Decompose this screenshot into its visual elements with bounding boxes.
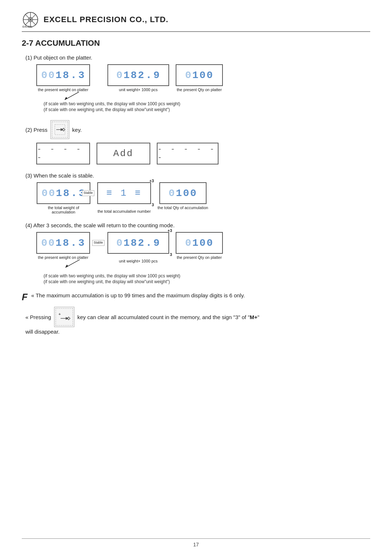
acc-number-display: ≡ 1 ≡ (106, 188, 142, 199)
stable-badge: Stable (82, 190, 94, 196)
f-note-text: « The maximum accumulation is up to 99 t… (31, 292, 245, 298)
will-disappear: will disappear. (25, 329, 370, 335)
arrow-pointer1 (65, 92, 79, 100)
step4-note1: (if scale with two weighing units, the d… (44, 273, 370, 278)
lcd-dashes-left: - - - - - (36, 143, 90, 164)
lcd-box-2: 0 1 8 2 . 9 (107, 64, 169, 86)
step2-display3: - - - - - - (157, 143, 219, 164)
step3-display2: +3 Stable ≡ 1 ≡ 3 the total accumulative (97, 182, 151, 213)
pressing-text-after: key can clear all accumulated count in t… (77, 314, 260, 320)
lcd-dashes-right: - - - - - - (157, 143, 219, 164)
step4-block: (4) After 3 seconds, the scale will retu… (22, 222, 370, 284)
step1-text: (1) Put object on the platter. (25, 54, 370, 61)
lcd-box-1: 0 0 1 8 . 3 (36, 64, 90, 86)
step4-stable-badge: Stable (92, 240, 105, 246)
header: EXCELL EXCELL PRECISION CO., LTD. (22, 11, 370, 28)
step3-label3: the total Qty of accumulation (158, 205, 208, 210)
excell-logo: EXCELL (22, 11, 39, 28)
step1-label2: unit weight× 1000 pcs (119, 87, 158, 92)
step4-stable-text: Stable (94, 241, 103, 244)
svg-text:EXCELL: EXCELL (23, 25, 33, 28)
key-arrow-icon (54, 124, 66, 135)
step3-label1: the total weight of accumulation (36, 205, 91, 214)
pressing-key-box[interactable]: + (54, 307, 74, 327)
step3-block: (3) When the scale is stable. 0 0 1 8 . … (22, 172, 370, 214)
pressing-text-before: « Pressing (25, 314, 51, 320)
step4-lcd1: 0 0 1 8 . 3 (36, 232, 90, 254)
step1-label3: the present Qty on platter (177, 87, 222, 92)
f-letter: F (22, 292, 28, 302)
step2-text: (2) Press (25, 127, 48, 133)
svg-marker-8 (65, 97, 68, 100)
step3-display-group: 0 0 1 8 . 3 the total weight of accumula… (36, 182, 370, 214)
lcd-box-3: 0 1 0 0 (176, 64, 223, 86)
company-title: EXCELL PRECISION CO., LTD. (44, 15, 168, 24)
step2-display1: - - - - - (36, 143, 90, 164)
arrow-pointer4 (65, 260, 80, 268)
step3-lcd2-wrapper: +3 Stable ≡ 1 ≡ 3 (97, 182, 151, 204)
step4-label3: the present Qty on platter (177, 255, 222, 260)
step1-display3: 0 1 0 0 the present Qty on platter (176, 64, 223, 92)
lcd-add: Add (97, 143, 150, 164)
step4-note2: (if scale with one weighing unit, the di… (44, 279, 370, 284)
step1-display2: 0 1 8 2 . 9 unit weight× 1000 pcs (107, 64, 169, 92)
step4-lcd2-wrapper: +3 Stable 0 1 8 2 . 9 3 (107, 232, 169, 254)
svg-text:+: + (58, 312, 61, 316)
m-plus-bold: M+ (250, 314, 257, 320)
step4-three-bottom: 3 (170, 252, 172, 257)
svg-marker-14 (65, 265, 68, 268)
step2-display-group: - - - - - Add - - - - - - (36, 143, 370, 164)
page-wrapper: EXCELL EXCELL PRECISION CO., LTD. 2-7 AC… (0, 0, 392, 554)
step1-note1: (if scale with two weighing units, the d… (44, 101, 370, 106)
add-text: Add (113, 148, 134, 159)
step3-display1: 0 0 1 8 . 3 the total weight of accumula… (36, 182, 91, 214)
section-title: 2-7 ACCUMULATION (22, 38, 370, 48)
step3-lcd3: 0 1 0 0 (159, 182, 207, 204)
pressing-row: « Pressing + key can clear all accumulat… (25, 307, 370, 327)
key-label: key. (72, 127, 82, 133)
step1-note2: (if scale with one weighing unit, the di… (44, 107, 370, 112)
f-note-block: F « The maximum accumulation is up to 99… (22, 292, 370, 302)
pressing-key-inner: + (56, 308, 73, 326)
step2-block: (2) Press key. (22, 120, 370, 164)
step4-lcd3: 0 1 0 0 (176, 232, 223, 254)
step1-display1: 0 0 1 8 . 3 the present weight on platte… (36, 64, 90, 92)
dashes-right-text: - - - - - - (158, 145, 218, 162)
press-key-box[interactable] (50, 120, 69, 139)
step1-label1: the present weight on platter (38, 87, 89, 92)
three-bottom: 3 (152, 203, 154, 207)
step3-text: (3) When the scale is stable. (25, 172, 370, 179)
press-key-inner (52, 122, 68, 138)
step4-label1: the present weight on platter (38, 255, 89, 260)
dashes-left-text: - - - - - (37, 145, 89, 162)
page-number: 17 (193, 542, 199, 547)
step3-lcd2: ≡ 1 ≡ (97, 182, 151, 204)
step4-label2: unit weight× 1000 pcs (119, 259, 158, 263)
pressing-key-icon: + (58, 310, 71, 323)
step3-display3: 0 1 0 0 the total Qty of accumulation (158, 182, 208, 210)
header-divider (22, 31, 370, 32)
step4-display-group: 0 0 1 8 . 3 the present weight on platte… (36, 232, 370, 263)
page-footer: 17 (22, 538, 370, 547)
step4-display1: 0 0 1 8 . 3 the present weight on platte… (36, 232, 90, 260)
step1-block: (1) Put object on the platter. 0 0 1 8 .… (22, 54, 370, 112)
step2-display2: Add (97, 143, 150, 164)
step4-text: (4) After 3 seconds, the scale will retu… (25, 222, 370, 228)
step4-display3: 0 1 0 0 the present Qty on platter (176, 232, 223, 260)
step1-display-group: 0 0 1 8 . 3 the present weight on platte… (36, 64, 370, 92)
step4-lcd2: 0 1 8 2 . 9 (107, 232, 169, 254)
stable-text: Stable (83, 191, 93, 195)
step4-display2: +3 Stable 0 1 8 2 . 9 3 (107, 232, 169, 263)
step3-label2: the total accumulative number (98, 209, 151, 213)
press-row: (2) Press key. (25, 120, 370, 139)
